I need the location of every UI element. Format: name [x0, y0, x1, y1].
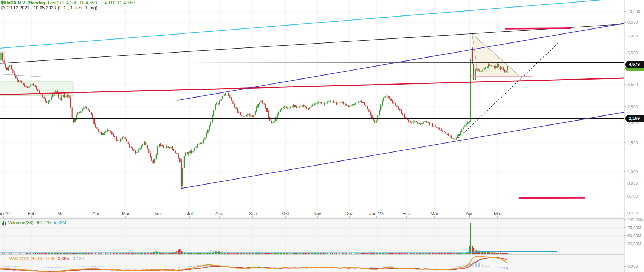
- support-price-tag: 2,169: [625, 115, 644, 122]
- y-axis-tick-label: 0,850: [627, 181, 638, 185]
- clock-icon: ◷: [1, 6, 5, 10]
- macd-value: 0,266: [44, 256, 55, 261]
- y-axis-tick-label: 7,000: [627, 34, 638, 38]
- y-axis-tick-label: 0,700: [627, 194, 638, 198]
- y-axis-tick-label: 1,500: [627, 141, 638, 145]
- y-axis-tick-label: 0,550: [627, 211, 638, 215]
- y-axis-tick-label: 10,000: [627, 9, 640, 14]
- x-axis-month-label: Aug: [215, 211, 223, 216]
- x-axis-month-label: Mai: [122, 211, 129, 216]
- candlestick-icon: [1, 0, 5, 5]
- x-axis-month-label: Okt: [282, 211, 289, 216]
- x-axis-month-label: Jan '23: [369, 211, 384, 216]
- x-axis-month-label: Feb: [402, 211, 410, 216]
- resistance-price-tag: 4,679: [625, 61, 644, 68]
- y-axis-tick-label: 0,000: [627, 264, 638, 268]
- x-axis-month-label: Mär: [57, 211, 65, 216]
- instrument-header: InflaRX N.V. (Nasdaq, Last) O: 4,300 H: …: [1, 0, 135, 5]
- x-axis-month-label: Sep: [249, 211, 257, 216]
- timeframe: (EDT, 1 Jahr, 1 Tag): [58, 5, 97, 10]
- y-axis-tick-label: 1,000: [627, 169, 638, 174]
- x-axis-month-label: Mai: [494, 211, 501, 216]
- y-axis-tick-label: 3,500: [627, 82, 638, 87]
- macd-hist-value: -0,130: [71, 256, 84, 261]
- y-axis-tick-label: 8,500: [627, 20, 638, 24]
- y-axis-tick-label: 25,00M: [627, 242, 641, 246]
- y-axis-tick-label: 100,00M: [627, 218, 644, 222]
- x-axis-month-label: Apr: [466, 211, 472, 216]
- ohlc-values: O: 4,300 H: 4,550 L: 4,110 C: 4,550: [60, 0, 135, 5]
- volume-indicator-label: Volumen(28): [8, 220, 33, 225]
- volume-ma-value: 5,42M: [54, 220, 66, 225]
- y-axis-tick-label: 2,500: [627, 105, 638, 109]
- chart-canvas[interactable]: [0, 0, 644, 272]
- range-header: ◷ 29.12.2021 - 10.05.2023 (EDT, 1 Jahr, …: [1, 5, 97, 10]
- x-axis-month-label: Jul: [187, 211, 193, 216]
- macd-line-icon: —: [2, 256, 6, 261]
- macd-signal-value: 0,395: [58, 256, 69, 261]
- macd-indicator-label: MACD(12, 26, 9): [9, 256, 42, 261]
- y-axis-tick-label: 75,00M: [627, 226, 641, 230]
- x-axis-month-label: Jun: [154, 211, 161, 216]
- volume-legend[interactable]: Volumen(28) 461,41k 5,42M: [2, 220, 66, 225]
- volume-bars-icon: [2, 221, 6, 225]
- y-axis-tick-label: 50,00M: [627, 234, 641, 238]
- date-range: 29.12.2021 - 10.05.2023: [7, 5, 56, 10]
- macd-legend[interactable]: — MACD(12, 26, 9) 0,266 0,395 -0,130: [2, 256, 84, 261]
- chart-window: InflaRX N.V. (Nasdaq, Last) O: 4,300 H: …: [0, 0, 644, 272]
- x-axis-month-label: Nov: [313, 211, 321, 216]
- x-axis-month-label: Apr: [92, 211, 99, 216]
- y-axis-tick-label: 5,500: [627, 51, 638, 55]
- x-axis-month-label: Feb: [28, 211, 36, 216]
- instrument-name: InflaRX N.V. (Nasdaq, Last): [1, 0, 58, 5]
- x-axis-month-label: Mär: [430, 211, 438, 216]
- x-axis-month-label: Dez: [345, 211, 353, 216]
- volume-value: 461,41k: [36, 220, 51, 225]
- x-axis-month-label: Jan '22: [0, 211, 11, 216]
